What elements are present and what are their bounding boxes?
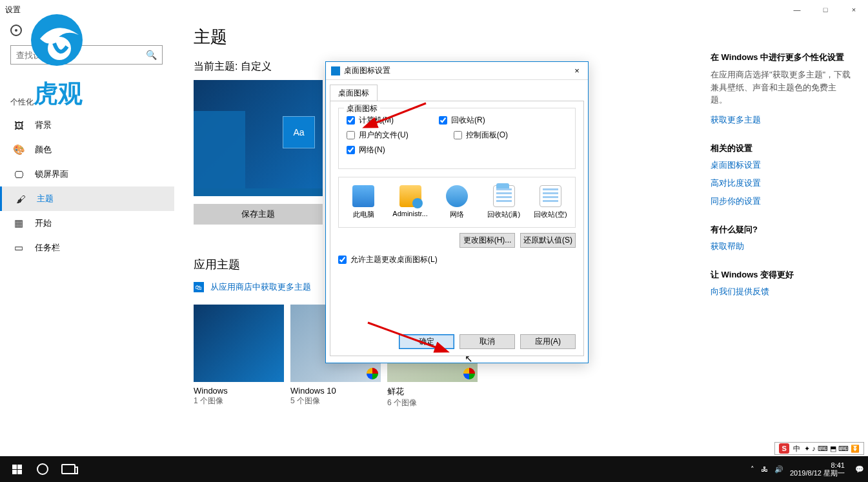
icon-item-recycle-empty[interactable]: 回收站(空) [531, 185, 570, 219]
sidebar-item-label: 任务栏 [35, 242, 60, 254]
search-icon: 🔍 [146, 50, 157, 60]
right-panel: 在 Windows 中进行更多个性化设置 在应用商店选择"获取更多主题"，下载兼… [711, 52, 853, 304]
current-theme-prefix: 当前主题: [194, 61, 241, 72]
windows-logo-icon [12, 465, 22, 474]
get-help-link[interactable]: 获取帮助 [711, 241, 853, 252]
desktop-icon-settings-link[interactable]: 桌面图标设置 [711, 159, 853, 171]
start-button[interactable] [4, 456, 30, 482]
apply-button[interactable]: 应用(A) [520, 334, 576, 349]
pc-icon [352, 185, 374, 207]
sogou-icon: S [779, 443, 789, 454]
theme-count: 1 个图像 [194, 396, 284, 407]
sidebar-item-lockscreen[interactable]: 🖵 锁屏界面 [0, 162, 174, 186]
preview-taskbar [194, 188, 323, 196]
question-heading: 有什么疑问? [711, 224, 853, 236]
tray-network-icon[interactable]: 🖧 [761, 465, 768, 473]
system-icon [331, 66, 340, 75]
get-more-themes-link[interactable]: 获取更多主题 [711, 114, 853, 126]
checkbox-label: 回收站(R) [451, 115, 485, 126]
sidebar-item-label: 锁屏界面 [35, 168, 68, 180]
icon-item-network[interactable]: 网络 [438, 185, 476, 219]
preview-window: Aa [283, 116, 315, 148]
close-button[interactable]: × [840, 0, 868, 19]
sidebar-item-background[interactable]: 🖼 背景 [0, 113, 174, 137]
checkbox-label: 计算机(M) [359, 115, 394, 126]
checkbox-recycle[interactable]: 回收站(R) [439, 115, 485, 126]
clock-date: 2019/8/12 星期一 [790, 469, 845, 477]
taskbar: ˄ 🖧 🔊 8:41 2019/8/12 星期一 💬 [0, 456, 868, 482]
titlebar: 设置 [0, 0, 868, 19]
icon-label: 回收站(满) [487, 210, 520, 218]
ime-bar[interactable]: S 中 ✦ ♪ ⌨ ⬒ ⌨ ⏬ [774, 442, 864, 455]
dialog-tab-desktop-icons[interactable]: 桌面图标 [330, 85, 378, 101]
tray-volume-icon[interactable]: 🔊 [774, 465, 783, 474]
ime-tools[interactable]: ✦ ♪ ⌨ ⬒ ⌨ ⏬ [804, 445, 860, 453]
gear-icon [10, 25, 22, 36]
dialog-close-button[interactable]: × [570, 65, 584, 76]
sidebar-item-taskbar[interactable]: ▭ 任务栏 [0, 236, 174, 260]
theme-preview[interactable]: Aa [194, 80, 323, 196]
checkbox-label: 用户的文件(U) [359, 130, 409, 141]
allow-theme-change-input[interactable] [338, 256, 347, 264]
icon-label: Administr... [392, 210, 427, 217]
tray-chevron-up-icon[interactable]: ˄ [751, 465, 754, 474]
start-icon: ▦ [13, 217, 25, 229]
sidebar: 个性化 🖼 背景 🎨 颜色 🖵 锁屏界面 🖌 主题 ▦ 开始 ▭ 任务栏 [0, 97, 174, 260]
sidebar-item-start[interactable]: ▦ 开始 [0, 211, 174, 236]
picture-icon: 🖼 [13, 119, 25, 131]
search-box[interactable]: 🔍 [10, 45, 163, 65]
icon-item-recycle-full[interactable]: 回收站(满) [485, 185, 523, 219]
sync-settings-link[interactable]: 同步你的设置 [711, 196, 853, 207]
theme-thumb [194, 305, 284, 382]
ime-lang[interactable]: 中 [793, 444, 800, 454]
checkbox-net-input[interactable] [347, 146, 355, 154]
high-contrast-link[interactable]: 高对比度设置 [711, 177, 853, 189]
checkbox-user-files[interactable]: 用户的文件(U) [347, 130, 409, 141]
checkbox-network[interactable]: 网络(N) [347, 145, 385, 156]
cursor-icon: ↖ [465, 353, 473, 365]
feedback-link[interactable]: 向我们提供反馈 [711, 286, 853, 297]
cancel-button[interactable]: 取消 [459, 334, 515, 349]
icon-item-this-pc[interactable]: 此电脑 [344, 185, 383, 219]
task-view-button[interactable] [56, 456, 81, 482]
checkbox-user-input[interactable] [347, 131, 355, 139]
restore-defaults-button[interactable]: 还原默认值(S) [520, 233, 576, 248]
minimize-button[interactable]: — [783, 0, 811, 19]
sidebar-item-label: 主题 [37, 193, 54, 205]
brush-icon: 🖌 [15, 193, 26, 205]
allow-theme-change-checkbox[interactable]: 允许主题更改桌面图标(L) [338, 254, 576, 265]
checkbox-ctrl-input[interactable] [454, 131, 462, 139]
sidebar-item-themes[interactable]: 🖌 主题 [0, 186, 174, 211]
taskbar-settings-button[interactable] [30, 456, 56, 482]
checkbox-recycle-input[interactable] [439, 116, 447, 125]
action-center-button[interactable]: 💬 [855, 465, 864, 474]
color-flag-icon [367, 368, 378, 379]
window-controls: — □ × [783, 0, 868, 19]
sidebar-item-colors[interactable]: 🎨 颜色 [0, 137, 174, 162]
checkbox-label: 允许主题更改桌面图标(L) [350, 254, 438, 265]
recycle-empty-icon [540, 185, 561, 207]
icon-item-administrator[interactable]: Administr... [391, 185, 430, 219]
checkbox-computer-input[interactable] [347, 116, 355, 125]
change-icon-button[interactable]: 更改图标(H)... [459, 233, 515, 248]
checkbox-computer[interactable]: 计算机(M) [347, 115, 394, 126]
save-theme-button[interactable]: 保存主题 [194, 204, 323, 225]
more-personalization-text: 在应用商店选择"获取更多主题"，下载兼具壁纸、声音和主题色的免费主题。 [711, 68, 853, 106]
gear-icon [37, 463, 48, 475]
taskbar-clock[interactable]: 8:41 2019/8/12 星期一 [790, 461, 849, 477]
theme-name: Windows [194, 386, 284, 396]
task-view-icon [61, 464, 76, 474]
checkbox-control-panel[interactable]: 控制面板(O) [454, 130, 508, 141]
search-input[interactable] [16, 50, 146, 60]
page-title: 主题 [194, 26, 697, 48]
user-folder-icon [399, 185, 421, 207]
network-icon [446, 185, 468, 207]
theme-tile-windows[interactable]: Windows 1 个图像 [194, 305, 284, 408]
recycle-full-icon [493, 185, 515, 207]
theme-name: Windows 10 [290, 386, 381, 396]
ok-button[interactable]: 确定 [399, 334, 454, 349]
sidebar-item-label: 颜色 [35, 144, 52, 156]
theme-count: 6 个图像 [387, 397, 478, 408]
related-settings-heading: 相关的设置 [711, 143, 853, 154]
maximize-button[interactable]: □ [811, 0, 840, 19]
